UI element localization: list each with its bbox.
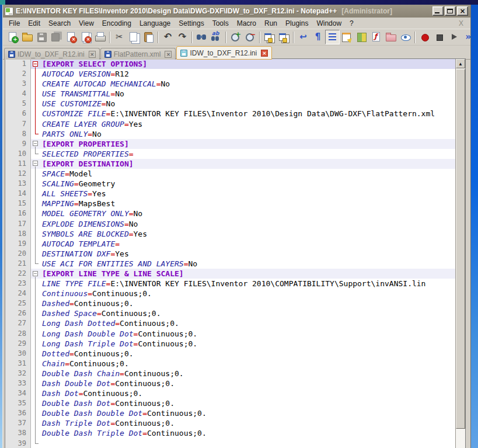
line-text[interactable]: Double Dash Dot=Continuous;0. [41, 398, 175, 408]
word-wrap-button[interactable] [296, 30, 310, 44]
fold-margin[interactable] [31, 59, 41, 69]
line-number[interactable]: 36 [5, 408, 31, 418]
line-number[interactable]: 38 [5, 428, 31, 438]
line-number[interactable]: 23 [5, 279, 31, 289]
line-text[interactable]: SYMBOLS ARE BLOCKED=Yes [41, 229, 147, 239]
line-text[interactable]: Dashed=Continuous;0. [41, 298, 134, 308]
line-number[interactable]: 39 [5, 439, 31, 448]
line-number[interactable]: 14 [5, 189, 31, 199]
macro-play-button[interactable] [446, 30, 461, 44]
line-number[interactable]: 26 [5, 308, 31, 318]
line-text[interactable]: USE CUSTOMIZE=No [41, 99, 115, 109]
line-text[interactable]: Dashed Space=Continuous;0. [41, 308, 161, 318]
fold-collapse-icon[interactable] [33, 61, 38, 67]
user-defined-dialog-button[interactable] [340, 30, 354, 44]
menu-item-settings[interactable]: Settings [175, 18, 208, 29]
indent-guide-button[interactable] [325, 30, 340, 44]
line-text[interactable]: Chain=Continuous;0. [41, 359, 129, 369]
line-text[interactable]: [EXPORT SELECT OPTIONS] [41, 59, 147, 69]
line-number[interactable]: 1 [5, 59, 31, 69]
line-number[interactable]: 30 [5, 349, 31, 359]
line-number[interactable]: 3 [5, 79, 31, 89]
redo-button[interactable] [175, 30, 190, 44]
tab-close-icon[interactable]: × [165, 51, 172, 58]
tab-close-icon[interactable]: × [261, 50, 268, 57]
show-all-characters-button[interactable] [310, 30, 325, 44]
macro-save-button[interactable] [476, 30, 478, 44]
line-text[interactable]: SELECTED PROPERTIES= [41, 149, 134, 159]
menu-item-help[interactable]: ? [346, 18, 358, 29]
replace-button[interactable] [209, 30, 224, 44]
line-number[interactable]: 29 [5, 339, 31, 349]
line-number[interactable]: 18 [5, 229, 31, 239]
line-text[interactable]: USE TRANSMITTAL=No [41, 89, 124, 99]
macro-record-button[interactable] [417, 30, 432, 44]
code-area[interactable]: 1[EXPORT SELECT OPTIONS]2AUTOCAD VERSION… [5, 59, 455, 448]
fold-margin[interactable] [31, 159, 41, 169]
line-text[interactable]: MAPPING=MapsBest [41, 199, 115, 209]
line-number[interactable]: 9 [5, 139, 31, 149]
line-number[interactable]: 5 [5, 99, 31, 109]
menu-item-plugins[interactable]: Plugins [281, 18, 312, 29]
line-text[interactable]: EXPLODE DIMENSIONS=No [41, 219, 138, 229]
close-all-button[interactable] [78, 30, 93, 44]
line-number[interactable]: 32 [5, 369, 31, 378]
line-number[interactable]: 13 [5, 179, 31, 189]
line-text[interactable]: AUTOCAD TEMPLATE= [41, 239, 120, 249]
menu-item-macro[interactable]: Macro [233, 18, 260, 29]
line-text[interactable]: Long Dash Double Dot=Continuous;0. [41, 329, 197, 339]
line-text[interactable]: [EXPORT DESTINATION] [41, 159, 134, 169]
line-number[interactable]: 22 [5, 269, 31, 279]
line-number[interactable]: 35 [5, 398, 31, 408]
menu-item-file[interactable]: File [5, 18, 24, 29]
line-text[interactable]: USE ACI FOR ENTITIES AND LAYERS=No [41, 259, 197, 269]
menu-item-search[interactable]: Search [44, 18, 75, 29]
zoom-in-button[interactable] [228, 30, 243, 44]
line-number[interactable]: 33 [5, 378, 31, 388]
new-file-button[interactable] [5, 30, 20, 44]
menu-item-language[interactable]: Language [135, 18, 175, 29]
line-text[interactable]: AUTOCAD VERSION=R12 [41, 69, 129, 79]
line-text[interactable]: Long Dash Dotted=Continuous;0. [41, 318, 179, 328]
close-button[interactable] [64, 30, 78, 44]
fold-collapse-icon[interactable] [33, 161, 38, 166]
macro-run-multiple-button[interactable] [461, 30, 476, 44]
line-number[interactable]: 37 [5, 418, 31, 428]
cut-button[interactable] [112, 30, 127, 44]
line-number[interactable]: 16 [5, 209, 31, 218]
function-list-button[interactable] [369, 30, 383, 44]
menu-item-edit[interactable]: Edit [24, 18, 44, 29]
line-number[interactable]: 4 [5, 89, 31, 99]
sync-vertical-button[interactable] [262, 30, 277, 44]
macro-stop-button[interactable] [432, 30, 446, 44]
line-text[interactable]: DESTINATION DXF=Yes [41, 249, 129, 259]
line-text[interactable]: CREATE LAYER GROUP=Yes [41, 119, 142, 129]
line-number[interactable]: 8 [5, 129, 31, 139]
line-text[interactable]: CREATE AUTOCAD MECHANICAL=No [41, 79, 170, 89]
line-text[interactable]: Continuous=Continuous;0. [41, 289, 152, 298]
menu-item-run[interactable]: Run [260, 18, 281, 29]
save-all-button[interactable] [49, 30, 64, 44]
line-number[interactable]: 24 [5, 289, 31, 298]
line-text[interactable]: Dash Dot=Continuous;0. [41, 388, 142, 398]
line-number[interactable]: 31 [5, 359, 31, 369]
menu-close-document-button[interactable]: X [453, 19, 469, 27]
tab-flatpattern-xml[interactable]: FlatPattern.xml× [100, 48, 176, 60]
line-number[interactable]: 6 [5, 109, 31, 119]
line-text[interactable]: CUSTOMIZE FILE=E:\INVENTOR KEY FILES\Inv… [41, 109, 435, 119]
menu-item-encoding[interactable]: Encoding [98, 18, 135, 29]
copy-button[interactable] [127, 30, 141, 44]
line-number[interactable]: 20 [5, 249, 31, 259]
line-number[interactable]: 25 [5, 298, 31, 308]
maximize-button[interactable] [445, 6, 456, 16]
line-number[interactable]: 10 [5, 149, 31, 159]
fold-margin[interactable] [31, 269, 41, 279]
line-text[interactable]: Dotted=Continuous;0. [41, 349, 134, 359]
document-map-button[interactable] [354, 30, 369, 44]
menu-item-window[interactable]: Window [312, 18, 346, 29]
undo-button[interactable] [161, 30, 175, 44]
line-text[interactable]: [EXPORT LINE TYPE & LINE SCALE] [41, 269, 184, 279]
menu-item-tools[interactable]: Tools [208, 18, 233, 29]
line-text[interactable]: Dash Triple Dot=Continuous;0. [41, 418, 175, 428]
vertical-scrollbar[interactable]: ▲ [455, 59, 465, 448]
